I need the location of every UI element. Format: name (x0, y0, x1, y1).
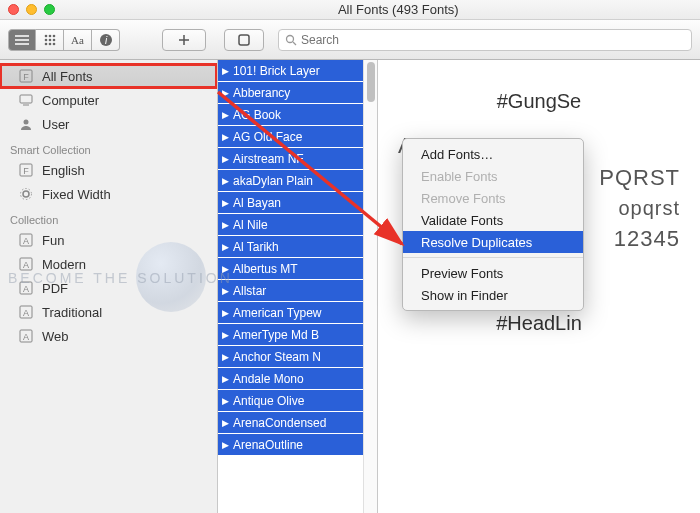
sidebar-item-label: Fun (42, 233, 64, 248)
font-row[interactable]: ▶AG Book (218, 104, 377, 126)
disable-button[interactable] (224, 29, 264, 51)
titlebar: All Fonts (493 Fonts) (0, 0, 700, 20)
font-row[interactable]: ▶AmerType Md B (218, 324, 377, 346)
info-view-button[interactable]: i (92, 29, 120, 51)
maximize-button[interactable] (44, 4, 55, 15)
scrollbar-thumb[interactable] (367, 62, 375, 102)
disclosure-triangle-icon[interactable]: ▶ (222, 66, 229, 76)
font-row[interactable]: ▶AG Old Face (218, 126, 377, 148)
list-icon (15, 35, 29, 45)
disclosure-triangle-icon[interactable]: ▶ (222, 198, 229, 208)
font-row[interactable]: ▶Al Nile (218, 214, 377, 236)
svg-point-6 (44, 42, 47, 45)
font-row[interactable]: ▶101! Brick Layer (218, 60, 377, 82)
font-row[interactable]: ▶Allstar (218, 280, 377, 302)
font-name-label: Abberancy (233, 86, 290, 100)
toolbar: Aa i (0, 20, 700, 60)
sidebar-item-modern[interactable]: A Modern (0, 252, 217, 276)
sidebar: F All Fonts Computer User Smart Collecti… (0, 60, 218, 513)
font-row[interactable]: ▶Abberancy (218, 82, 377, 104)
sidebar-item-user[interactable]: User (0, 112, 217, 136)
sidebar-item-label: English (42, 163, 85, 178)
sidebar-item-computer[interactable]: Computer (0, 88, 217, 112)
svg-text:A: A (23, 332, 29, 342)
svg-point-12 (287, 35, 294, 42)
add-button[interactable] (162, 29, 206, 51)
svg-text:F: F (23, 72, 29, 82)
disclosure-triangle-icon[interactable]: ▶ (222, 330, 229, 340)
a-square-icon: A (18, 280, 34, 296)
svg-point-4 (48, 38, 51, 41)
sidebar-item-english[interactable]: F English (0, 158, 217, 182)
font-name-label: Allstar (233, 284, 266, 298)
sample-view-button[interactable]: Aa (64, 29, 92, 51)
menu-item-show-in-finder[interactable]: Show in Finder (403, 284, 583, 306)
font-row[interactable]: ▶American Typew (218, 302, 377, 324)
font-name-label: American Typew (233, 306, 321, 320)
grid-icon (44, 34, 56, 46)
font-row[interactable]: ▶Antique Olive (218, 390, 377, 412)
search-input[interactable] (301, 33, 685, 47)
font-row[interactable]: ▶Albertus MT (218, 258, 377, 280)
svg-point-2 (52, 34, 55, 37)
close-button[interactable] (8, 4, 19, 15)
disclosure-triangle-icon[interactable]: ▶ (222, 440, 229, 450)
svg-point-3 (44, 38, 47, 41)
font-row[interactable]: ▶Andale Mono (218, 368, 377, 390)
disclosure-triangle-icon[interactable]: ▶ (222, 396, 229, 406)
svg-text:A: A (23, 284, 29, 294)
font-row[interactable]: ▶ArenaCondensed (218, 412, 377, 434)
disclosure-triangle-icon[interactable]: ▶ (222, 242, 229, 252)
info-icon: i (99, 33, 113, 47)
disclosure-triangle-icon[interactable]: ▶ (222, 418, 229, 428)
font-name-label: ArenaCondensed (233, 416, 326, 430)
disclosure-triangle-icon[interactable]: ▶ (222, 286, 229, 296)
svg-text:A: A (23, 236, 29, 246)
font-name-label: AG Book (233, 108, 281, 122)
a-square-icon: A (18, 232, 34, 248)
menu-item-validate-fonts[interactable]: Validate Fonts (403, 209, 583, 231)
disclosure-triangle-icon[interactable]: ▶ (222, 154, 229, 164)
font-row[interactable]: ▶Al Tarikh (218, 236, 377, 258)
disclosure-triangle-icon[interactable]: ▶ (222, 374, 229, 384)
disclosure-triangle-icon[interactable]: ▶ (222, 110, 229, 120)
sidebar-item-label: User (42, 117, 69, 132)
font-row[interactable]: ▶Al Bayan (218, 192, 377, 214)
font-name-label: akaDylan Plain (233, 174, 313, 188)
menu-item-preview-fonts[interactable]: Preview Fonts (403, 262, 583, 284)
svg-point-19 (23, 191, 29, 197)
menu-item-resolve-duplicates[interactable]: Resolve Duplicates (403, 231, 583, 253)
context-menu: Add Fonts…Enable FontsRemove FontsValida… (402, 138, 584, 311)
sidebar-item-label: Fixed Width (42, 187, 111, 202)
disclosure-triangle-icon[interactable]: ▶ (222, 220, 229, 230)
minimize-button[interactable] (26, 4, 37, 15)
font-name-label: Anchor Steam N (233, 350, 321, 364)
sidebar-item-web[interactable]: A Web (0, 324, 217, 348)
sidebar-item-all-fonts[interactable]: F All Fonts (0, 64, 217, 88)
sidebar-item-label: PDF (42, 281, 68, 296)
sidebar-item-fun[interactable]: A Fun (0, 228, 217, 252)
font-row[interactable]: ▶Airstream NF (218, 148, 377, 170)
disclosure-triangle-icon[interactable]: ▶ (222, 308, 229, 318)
sidebar-item-traditional[interactable]: A Traditional (0, 300, 217, 324)
disclosure-triangle-icon[interactable]: ▶ (222, 88, 229, 98)
disclosure-triangle-icon[interactable]: ▶ (222, 264, 229, 274)
sidebar-item-label: Computer (42, 93, 99, 108)
font-row[interactable]: ▶Anchor Steam N (218, 346, 377, 368)
list-view-button[interactable] (8, 29, 36, 51)
sidebar-item-fixed-width[interactable]: Fixed Width (0, 182, 217, 206)
menu-item-add-fonts[interactable]: Add Fonts… (403, 143, 583, 165)
disclosure-triangle-icon[interactable]: ▶ (222, 352, 229, 362)
sidebar-item-pdf[interactable]: A PDF (0, 276, 217, 300)
font-list-scrollbar[interactable] (363, 60, 377, 513)
font-name-label: AG Old Face (233, 130, 302, 144)
font-name-label: Airstream NF (233, 152, 304, 166)
grid-view-button[interactable] (36, 29, 64, 51)
font-row[interactable]: ▶ArenaOutline (218, 434, 377, 456)
disclosure-triangle-icon[interactable]: ▶ (222, 176, 229, 186)
svg-rect-11 (239, 35, 249, 45)
disclosure-triangle-icon[interactable]: ▶ (222, 132, 229, 142)
square-icon (237, 33, 251, 47)
font-row[interactable]: ▶akaDylan Plain (218, 170, 377, 192)
search-field[interactable] (278, 29, 692, 51)
